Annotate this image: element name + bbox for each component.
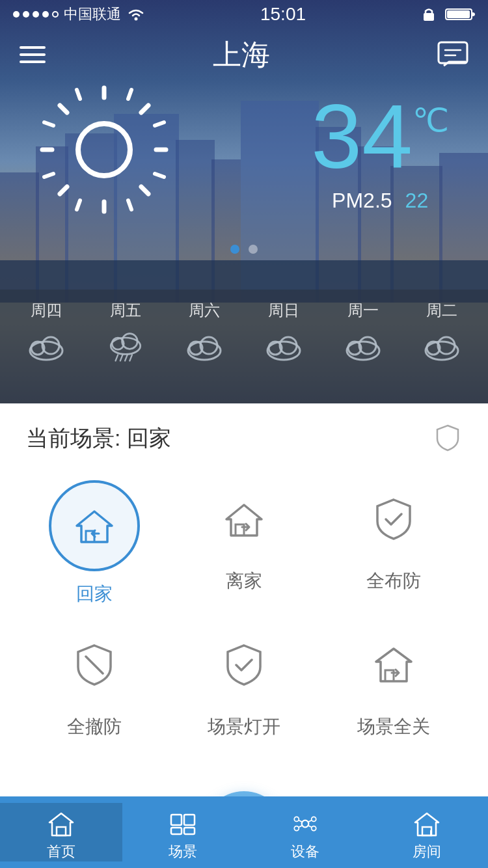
weather-info: 34 ℃ PM2.5 22	[311, 91, 449, 213]
scene-item-disarm-all[interactable]: 全撤防	[26, 626, 163, 739]
svg-line-74	[299, 826, 302, 828]
scene-current-label: 当前场景:	[26, 426, 120, 450]
svg-point-67	[301, 821, 308, 828]
forecast-icon-5	[340, 331, 386, 364]
svg-line-25	[141, 187, 148, 194]
scene-item-home[interactable]: 回家	[26, 480, 163, 606]
scene-icon-all-off	[355, 626, 433, 704]
weekly-forecast: 周四 周五 周六	[0, 260, 488, 403]
nav-icon-room	[413, 809, 441, 838]
svg-line-58	[86, 657, 103, 673]
forecast-icon-3	[182, 331, 227, 364]
svg-line-72	[299, 821, 302, 822]
nav-icon-scene	[169, 809, 197, 838]
page-dot-2[interactable]	[249, 245, 258, 254]
nav-label-home: 首页	[47, 842, 75, 861]
svg-rect-66	[184, 828, 195, 834]
bottom-navigation: 首页 场景 设	[0, 796, 488, 868]
scene-section: 当前场景: 回家 回家	[0, 403, 488, 778]
forecast-day-2: 周五	[86, 300, 165, 364]
svg-rect-16	[439, 42, 467, 63]
svg-rect-64	[184, 815, 195, 825]
forecast-day-label-3: 周六	[189, 300, 220, 321]
top-navigation: 上海	[0, 29, 488, 81]
forecast-icon-4	[261, 331, 306, 364]
forecast-day-label-6: 周二	[426, 300, 457, 321]
scene-item-lights-on[interactable]: 场景灯开	[176, 626, 312, 739]
svg-line-30	[44, 122, 53, 126]
svg-line-26	[141, 105, 148, 113]
forecast-day-label-1: 周四	[31, 300, 62, 321]
scene-label-home: 回家	[76, 582, 113, 606]
svg-line-73	[308, 821, 311, 822]
svg-line-43	[120, 355, 122, 360]
scene-title: 当前场景: 回家	[26, 424, 171, 454]
nav-icon-home	[47, 809, 75, 838]
svg-point-41	[122, 334, 137, 349]
nav-item-scene[interactable]: 场景	[122, 803, 245, 861]
nav-item-room[interactable]: 房间	[366, 803, 489, 861]
forecast-day-5: 周一	[323, 300, 403, 364]
carrier-label: 中国联通	[64, 5, 121, 24]
svg-point-69	[311, 817, 316, 821]
scene-icon-arm-all	[355, 480, 433, 558]
scene-item-all-off[interactable]: 场景全关	[325, 626, 462, 739]
svg-rect-1	[424, 13, 434, 21]
scene-icon-away	[205, 480, 283, 558]
menu-button[interactable]	[20, 46, 46, 63]
svg-rect-65	[171, 828, 182, 834]
scene-header: 当前场景: 回家	[26, 423, 462, 454]
svg-line-35	[77, 200, 80, 210]
scene-item-arm-all[interactable]: 全布防	[325, 480, 462, 606]
forecast-day-6: 周二	[402, 300, 481, 364]
pm25-value: 22	[405, 189, 429, 213]
scene-icon-lights-on	[205, 626, 283, 704]
svg-point-71	[311, 826, 316, 831]
svg-line-24	[60, 105, 67, 113]
svg-line-29	[128, 200, 131, 210]
forecast-day-3: 周六	[165, 300, 244, 364]
scene-item-away[interactable]: 离家	[176, 480, 312, 606]
wifi-icon	[126, 7, 146, 21]
temperature-unit: ℃	[413, 104, 449, 137]
svg-line-34	[128, 90, 131, 99]
nav-label-scene: 场景	[169, 842, 197, 861]
svg-rect-76	[422, 827, 431, 835]
nav-icon-device	[291, 809, 319, 838]
scene-label-disarm-all: 全撤防	[67, 714, 122, 739]
scene-label-lights-on: 场景灯开	[208, 714, 280, 739]
nav-item-device[interactable]: 设备	[244, 803, 366, 861]
svg-point-68	[294, 817, 299, 821]
svg-line-45	[129, 355, 132, 360]
scene-current-value: 回家	[127, 426, 171, 450]
nav-item-home[interactable]: 首页	[0, 803, 122, 861]
scene-icon-home	[49, 480, 140, 571]
battery-icon	[445, 7, 475, 21]
lock-icon	[420, 6, 437, 23]
svg-point-57	[438, 337, 455, 354]
pm25-label: PM2.5	[332, 189, 392, 213]
message-button[interactable]	[437, 41, 468, 68]
svg-line-75	[308, 826, 311, 828]
city-name: 上海	[213, 36, 270, 74]
svg-rect-63	[171, 815, 182, 825]
scene-icon-disarm-all	[55, 626, 133, 704]
forecast-day-1: 周四	[7, 300, 86, 364]
svg-line-32	[155, 122, 164, 126]
forecast-icon-2	[103, 331, 148, 364]
security-icon[interactable]	[433, 423, 462, 454]
svg-point-70	[294, 826, 299, 831]
svg-point-48	[200, 337, 217, 354]
svg-rect-62	[57, 827, 66, 835]
svg-line-27	[60, 187, 67, 194]
page-dot-1[interactable]	[230, 245, 239, 254]
scene-label-all-off: 场景全关	[357, 714, 430, 739]
svg-line-33	[44, 174, 53, 177]
carousel-pagination	[230, 245, 258, 254]
sun-weather-icon	[39, 85, 169, 217]
svg-rect-3	[447, 10, 470, 18]
forecast-day-label-4: 周日	[268, 300, 299, 321]
forecast-day-4: 周日	[244, 300, 323, 364]
svg-point-19	[78, 124, 130, 176]
svg-point-38	[42, 337, 59, 354]
